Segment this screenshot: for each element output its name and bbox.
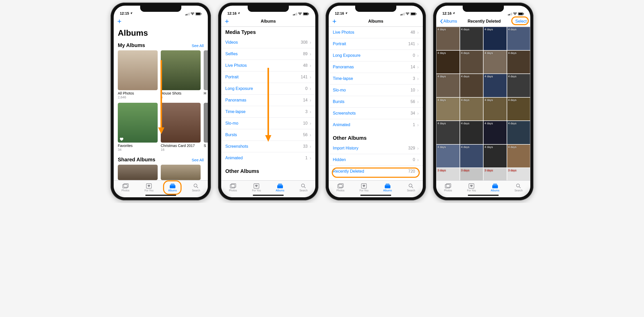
list-row[interactable]: Panoramas 14 › — [329, 61, 423, 73]
location-icon — [345, 11, 348, 15]
list-row[interactable]: Panoramas 14 › — [221, 95, 315, 106]
photo-thumb[interactable]: 4 days — [460, 27, 483, 50]
list-row[interactable]: Animated 1 › — [329, 119, 423, 130]
photo-thumb[interactable]: 4 days — [436, 74, 460, 97]
add-button[interactable]: + — [225, 18, 229, 25]
chevron-right-icon: › — [417, 111, 419, 116]
select-button[interactable]: Select — [515, 19, 527, 24]
photo-thumb[interactable]: 4 days — [507, 121, 530, 144]
photo-thumb[interactable]: 4 days — [484, 121, 507, 144]
home-indicator[interactable] — [468, 195, 499, 196]
svg-rect-2 — [188, 13, 189, 15]
photo-thumb[interactable]: 4 days — [460, 145, 483, 168]
tab-albums[interactable]: Albums — [268, 181, 292, 193]
see-all-button[interactable]: See All — [192, 158, 204, 162]
shared-album-thumb[interactable] — [118, 165, 158, 180]
photo-thumb[interactable]: 3 days — [436, 168, 460, 180]
list-row[interactable]: Live Photos 48 › — [221, 60, 315, 71]
tab-photos[interactable]: Photos — [436, 181, 460, 193]
list-count: 56 — [410, 99, 415, 104]
list-row[interactable]: Screenshots 33 › — [221, 141, 315, 152]
tab-foryou[interactable]: For You — [137, 181, 161, 193]
photo-thumb[interactable]: 3 days — [484, 168, 507, 180]
list-row[interactable]: Time-lapse 3 › — [329, 73, 423, 85]
chevron-right-icon: › — [417, 88, 419, 93]
photo-thumb[interactable]: 4 days — [460, 74, 483, 97]
list-row[interactable]: Portrait 141 › — [329, 38, 423, 50]
photo-thumb[interactable]: 4 days — [436, 27, 460, 50]
tab-albums[interactable]: Albums — [483, 181, 507, 193]
back-button[interactable]: Albums — [440, 19, 457, 24]
tab-photos[interactable]: Photos — [114, 181, 137, 193]
days-remaining-label: 4 days — [485, 28, 493, 31]
photo-thumb[interactable]: 4 days — [436, 51, 460, 74]
add-button[interactable]: + — [332, 18, 336, 25]
tab-albums[interactable]: Albums — [161, 181, 184, 193]
album-card[interactable]: H — [204, 50, 208, 99]
photo-thumb[interactable]: 4 days — [484, 74, 507, 97]
photo-thumb[interactable]: 4 days — [507, 51, 530, 74]
photo-thumb[interactable]: 4 days — [436, 98, 460, 121]
photo-thumb[interactable]: 4 days — [436, 121, 460, 144]
tab-search[interactable]: Search — [399, 181, 423, 193]
album-card[interactable]: Christmas Card 2017 16 — [161, 103, 201, 152]
tab-foryou[interactable]: For You — [352, 181, 376, 193]
tab-search[interactable]: Search — [507, 181, 531, 193]
tab-foryou[interactable]: For You — [245, 181, 269, 193]
photo-thumb[interactable]: 4 days — [507, 145, 530, 168]
home-indicator[interactable] — [145, 195, 176, 196]
days-remaining-label: 4 days — [461, 122, 469, 125]
list-row[interactable]: Slo-mo 10 › — [221, 118, 315, 129]
photo-thumb[interactable]: 4 days — [460, 98, 483, 121]
list-row[interactable]: Bursts 56 › — [221, 129, 315, 141]
photo-thumb[interactable]: 4 days — [507, 98, 530, 121]
list-row[interactable]: Long Exposure 0 › — [221, 83, 315, 95]
tab-foryou[interactable]: For You — [460, 181, 484, 193]
photo-thumb[interactable]: 4 days — [460, 51, 483, 74]
list-row[interactable]: Recently Deleted 720 › — [329, 166, 423, 177]
album-card[interactable]: All Photos 2,646 — [118, 50, 158, 99]
list-label: Slo-mo — [225, 121, 238, 126]
photo-thumb[interactable]: 3 days — [460, 168, 483, 180]
tab-search[interactable]: Search — [292, 181, 316, 193]
album-card[interactable]: House Shots 6 — [161, 50, 201, 99]
shared-album-thumb[interactable] — [161, 165, 201, 180]
photo-thumb[interactable]: 3 days — [507, 168, 530, 180]
photo-thumb[interactable]: 4 days — [484, 145, 507, 168]
list-row[interactable]: Time-lapse 3 › — [221, 106, 315, 118]
list-row[interactable]: Slo-mo 10 › — [329, 85, 423, 96]
list-row[interactable]: Hidden 0 › — [329, 154, 423, 166]
svg-rect-31 — [278, 184, 282, 184]
chevron-right-icon: › — [417, 146, 419, 151]
list-row[interactable]: Screenshots 34 › — [329, 108, 423, 119]
home-indicator[interactable] — [360, 195, 391, 196]
photo-thumb[interactable]: 4 days — [484, 51, 507, 74]
album-card[interactable]: S — [204, 103, 208, 152]
photo-thumb[interactable]: 4 days — [436, 145, 460, 168]
album-card[interactable]: Favorites 34 — [118, 103, 158, 152]
list-label: Long Exposure — [333, 53, 361, 58]
photo-thumb[interactable]: 4 days — [484, 27, 507, 50]
see-all-button[interactable]: See All — [192, 43, 204, 48]
list-row[interactable]: Animated 1 › — [221, 152, 315, 164]
tab-albums[interactable]: Albums — [376, 181, 399, 193]
tab-photos[interactable]: Photos — [221, 181, 245, 193]
svg-rect-6 — [201, 13, 201, 15]
list-row[interactable]: Long Exposure 0 › — [329, 50, 423, 61]
tab-photos[interactable]: Photos — [329, 181, 352, 193]
list-row[interactable]: Selfies 89 › — [221, 48, 315, 60]
list-row[interactable]: Bursts 56 › — [329, 96, 423, 108]
list-count: 1 — [413, 123, 415, 127]
list-row[interactable]: Live Photos 48 › — [329, 27, 423, 38]
nav-title: Albums — [348, 19, 404, 24]
home-indicator[interactable] — [253, 195, 284, 196]
photo-thumb[interactable]: 4 days — [484, 98, 507, 121]
list-row[interactable]: Portrait 141 › — [221, 71, 315, 83]
list-row[interactable]: Import History 329 › — [329, 143, 423, 154]
tab-search[interactable]: Search — [184, 181, 208, 193]
photo-thumb[interactable]: 4 days — [460, 121, 483, 144]
photo-thumb[interactable]: 4 days — [507, 27, 530, 50]
photo-thumb[interactable]: 4 days — [507, 74, 530, 97]
list-row[interactable]: Videos 308 › — [221, 37, 315, 48]
add-button[interactable]: + — [117, 18, 121, 25]
